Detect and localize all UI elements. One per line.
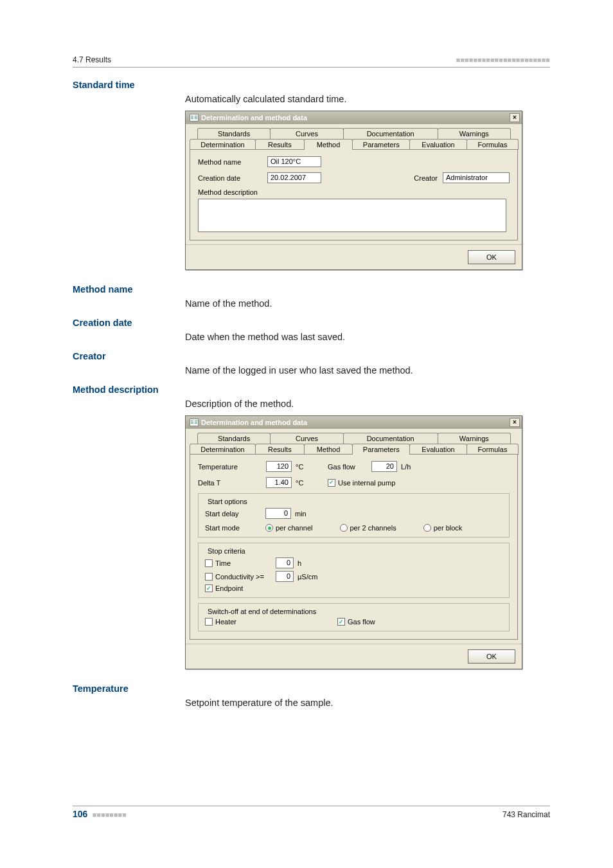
method-name-field[interactable]: Oil 120°C [267, 156, 321, 167]
dialog-parameters-buttons: OK [186, 644, 522, 669]
field-creation-date-desc: Date when the method was last saved. [185, 332, 550, 342]
ok-button[interactable]: OK [468, 250, 515, 264]
field-standard-time-desc: Automatically calculated standard time. [185, 94, 550, 104]
use-internal-pump-label: Use internal pump [338, 479, 395, 487]
page-header: 4.7 Results ■■■■■■■■■■■■■■■■■■■■■■ [73, 55, 550, 64]
stop-time-unit: h [298, 559, 301, 567]
start-delay-field[interactable]: 0 [265, 508, 291, 519]
dialog-method-titlebar: Determination and method data × [186, 111, 522, 124]
start-delay-row: Start delay 0 min [205, 508, 502, 519]
dialog-method-panel: Method name Oil 120°C Creation date 20.0… [190, 149, 518, 240]
creation-date-label: Creation date [198, 174, 262, 182]
tab-determination[interactable]: Determination [190, 444, 256, 455]
dialog-icon [190, 114, 199, 122]
use-internal-pump-checkbox[interactable]: ✓ Use internal pump [328, 479, 395, 487]
delta-t-field[interactable]: 1.40 [266, 477, 292, 488]
stop-endpoint-checkbox[interactable]: ✓ Endpoint [205, 584, 243, 592]
dialog-method: Determination and method data × Standard… [185, 111, 522, 270]
dialog-parameters-tabs-row2: Determination Results Method Parameters … [190, 444, 518, 455]
tab-warnings[interactable]: Warnings [438, 433, 511, 444]
tab-evaluation[interactable]: Evaluation [409, 444, 467, 455]
checkbox-icon: ✓ [205, 559, 213, 567]
stop-cond-unit: µS/cm [298, 573, 317, 581]
delta-t-label: Delta T [198, 479, 262, 487]
switch-off-gasflow-checkbox[interactable]: ✓ Gas flow [337, 618, 375, 626]
radio-icon [340, 524, 348, 532]
tab-documentation[interactable]: Documentation [343, 433, 438, 444]
checkbox-icon: ✓ [337, 618, 345, 626]
start-mode-per-channel[interactable]: per channel [265, 524, 313, 532]
start-delay-unit: min [295, 510, 306, 518]
start-mode-per-2-channels[interactable]: per 2 channels [340, 524, 396, 532]
checkbox-icon: ✓ [205, 618, 213, 626]
tab-curves[interactable]: Curves [270, 128, 343, 139]
stop-time-label: Time [215, 559, 231, 567]
tab-parameters[interactable]: Parameters [352, 139, 410, 150]
stop-time-field[interactable]: 0 [276, 557, 294, 568]
gasflow-field[interactable]: 20 [371, 461, 397, 472]
stop-time-checkbox[interactable]: ✓ Time [205, 559, 272, 567]
tab-evaluation[interactable]: Evaluation [409, 139, 467, 150]
stop-cond-field[interactable]: 0 [276, 571, 294, 582]
tab-curves[interactable]: Curves [270, 433, 343, 444]
switch-off-group: Switch-off at end of determinations ✓ He… [198, 603, 510, 631]
method-name-label: Method name [198, 158, 262, 166]
switch-off-heater-checkbox[interactable]: ✓ Heater [205, 618, 333, 626]
stop-endpoint-label: Endpoint [215, 584, 243, 592]
creator-field[interactable]: Administrator [443, 172, 510, 183]
ok-button[interactable]: OK [468, 649, 515, 664]
checkbox-icon: ✓ [328, 479, 335, 487]
tab-method[interactable]: Method [304, 444, 353, 455]
dialog-method-title: Determination and method data [201, 114, 507, 122]
page-number-suffix: ■■■■■■■■ [93, 811, 127, 818]
temperature-unit: °C [296, 463, 311, 471]
gasflow-label: Gas flow [328, 463, 368, 471]
field-creator-heading: Creator [73, 351, 550, 361]
dialog-method-tabs-row1: Standards Curves Documentation Warnings [197, 128, 510, 139]
temperature-label: Temperature [198, 463, 262, 471]
field-temperature-heading: Temperature [73, 683, 550, 694]
start-mode-per-block-label: per block [434, 524, 463, 532]
dialog-parameters: Determination and method data × Standard… [185, 415, 522, 669]
stop-endpoint-row: ✓ Endpoint [205, 584, 502, 592]
switch-off-legend: Switch-off at end of determinations [205, 608, 319, 615]
temperature-field[interactable]: 120 [266, 461, 292, 472]
start-mode-per-channel-label: per channel [276, 524, 313, 532]
dialog-method-buttons: OK [186, 244, 522, 269]
creation-date-field[interactable]: 20.02.2007 [267, 172, 321, 183]
tab-documentation[interactable]: Documentation [343, 128, 438, 139]
temperature-row: Temperature 120 °C Gas flow 20 L/h [198, 461, 510, 472]
tab-results[interactable]: Results [255, 139, 305, 150]
stop-cond-checkbox[interactable]: ✓ Conductivity >= [205, 573, 272, 581]
content: Standard time Automatically calculated s… [73, 80, 550, 717]
dialog-parameters-titlebar: Determination and method data × [186, 416, 522, 429]
page: 4.7 Results ■■■■■■■■■■■■■■■■■■■■■■ Stand… [0, 0, 613, 868]
switch-off-row: ✓ Heater ✓ Gas flow [205, 618, 502, 626]
tab-formulas[interactable]: Formulas [466, 139, 519, 150]
tab-standards[interactable]: Standards [197, 128, 271, 139]
tab-warnings[interactable]: Warnings [438, 128, 511, 139]
tab-formulas[interactable]: Formulas [466, 444, 519, 455]
switch-off-heater-label: Heater [215, 618, 236, 626]
tab-determination[interactable]: Determination [190, 139, 256, 150]
header-rule [73, 67, 550, 68]
close-icon[interactable]: × [510, 113, 520, 122]
start-mode-label: Start mode [205, 524, 262, 532]
tab-method[interactable]: Method [304, 139, 353, 150]
tab-standards[interactable]: Standards [197, 433, 271, 444]
tab-parameters[interactable]: Parameters [352, 444, 410, 455]
field-creator-desc: Name of the logged in user who last save… [185, 365, 550, 375]
method-description-field[interactable] [198, 199, 506, 232]
field-standard-time-heading: Standard time [73, 80, 550, 90]
close-icon[interactable]: × [510, 418, 520, 427]
field-method-description-desc: Description of the method. [185, 399, 550, 409]
creation-date-row: Creation date 20.02.2007 Creator Adminis… [198, 172, 510, 183]
dialog-icon [190, 419, 199, 426]
start-mode-per-block[interactable]: per block [423, 524, 463, 532]
field-temperature-desc: Setpoint temperature of the sample. [185, 698, 550, 708]
field-creation-date-heading: Creation date [73, 318, 550, 328]
tab-results[interactable]: Results [255, 444, 305, 455]
header-section: 4.7 Results [73, 55, 111, 64]
checkbox-icon: ✓ [205, 573, 213, 581]
delta-t-row: Delta T 1.40 °C ✓ Use internal pump [198, 477, 510, 488]
